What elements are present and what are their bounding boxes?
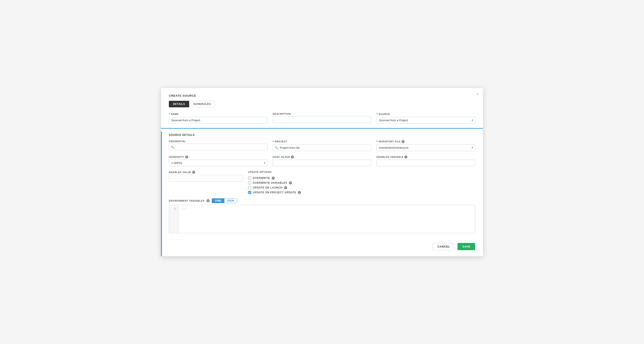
- update-on-project-update-help-icon[interactable]: ?: [298, 191, 301, 194]
- update-on-project-update-checkbox[interactable]: [248, 191, 251, 194]
- modal-footer: CANCEL SAVE: [169, 239, 475, 250]
- host-filter-input[interactable]: [273, 160, 372, 166]
- enabled-variable-label: ENABLED VARIABLE ?: [376, 155, 475, 158]
- project-label: * PROJECT: [273, 140, 372, 143]
- name-group: * NAME: [169, 113, 268, 124]
- project-search-wrap: 🔍: [273, 144, 372, 151]
- description-label: DESCRIPTION: [273, 113, 372, 115]
- name-input[interactable]: [169, 117, 268, 124]
- verbosity-select-wrap: 0 (WARNING) 1 (INFO) 2 (DEBUG) 3 (DEBUG+…: [169, 160, 268, 166]
- enabled-value-label: ENABLED VALUE ?: [169, 171, 243, 174]
- enabled-value-input[interactable]: [169, 175, 243, 182]
- overwrite-help-icon[interactable]: ?: [272, 177, 275, 180]
- overwrite-label: OVERWRITE: [253, 177, 270, 180]
- json-toggle-button[interactable]: JSON: [224, 199, 237, 203]
- inventory-file-required-star: *: [376, 140, 378, 143]
- tab-details[interactable]: DETAILS: [169, 101, 189, 107]
- overwrite-variables-checkbox[interactable]: [248, 181, 251, 184]
- modal-title: CREATE SOURCE: [169, 94, 475, 97]
- update-on-launch-help-icon[interactable]: ?: [284, 186, 287, 189]
- source-details-title: SOURCE DETAILS: [169, 133, 475, 136]
- project-required-star: *: [273, 140, 274, 143]
- overwrite-variables-checkbox-row[interactable]: OVERWRITE VARIABLES ?: [248, 181, 396, 184]
- source-label: * SOURCE: [376, 113, 475, 116]
- cancel-button[interactable]: CANCEL: [432, 243, 455, 250]
- create-source-modal: × CREATE SOURCE DETAILS SCHEDULES * NAME…: [161, 88, 483, 256]
- line-number-1: 1: [172, 207, 176, 211]
- enabled-variable-group: ENABLED VARIABLE ?: [376, 155, 475, 166]
- update-on-project-update-checkbox-row[interactable]: UPDATE ON PROJECT UPDATE ?: [248, 191, 396, 194]
- code-content[interactable]: ---: [179, 205, 475, 233]
- inventory-file-group: * INVENTORY FILE ? inventories/inventory…: [376, 140, 475, 151]
- project-input[interactable]: [280, 145, 371, 151]
- verbosity-help-icon[interactable]: ?: [185, 155, 188, 158]
- verbosity-group: VERBOSITY ? 0 (WARNING) 1 (INFO) 2 (DEBU…: [169, 155, 268, 166]
- update-on-launch-label: UPDATE ON LAUNCH: [253, 186, 282, 189]
- credential-group: CREDENTIAL 🔍: [169, 140, 268, 151]
- host-filter-label: HOST FILTER ?: [273, 155, 372, 158]
- verbosity-row: VERBOSITY ? 0 (WARNING) 1 (INFO) 2 (DEBU…: [169, 155, 475, 166]
- update-options-group: UPDATE OPTIONS OVERWRITE ? OVERWRITE VAR…: [248, 171, 396, 194]
- save-button[interactable]: SAVE: [458, 243, 475, 250]
- update-on-project-update-label: UPDATE ON PROJECT UPDATE: [253, 191, 296, 194]
- top-fields-row: * NAME DESCRIPTION * SOURCE Sourced from…: [169, 113, 475, 124]
- name-required-star: *: [169, 113, 170, 116]
- name-label: * NAME: [169, 113, 268, 116]
- env-label-row: ENVIRONMENT VARIABLES ? YAML JSON: [169, 198, 475, 203]
- verbosity-label: VERBOSITY ?: [169, 155, 268, 158]
- source-select-wrap: Sourced from a Project Manual Amazon EC2…: [376, 117, 475, 124]
- credential-search-icon: 🔍: [169, 144, 176, 150]
- credential-label: CREDENTIAL: [169, 140, 268, 143]
- yaml-toggle-button[interactable]: YAML: [212, 199, 224, 203]
- description-group: DESCRIPTION: [273, 113, 372, 124]
- inventory-file-help-icon[interactable]: ?: [402, 140, 404, 143]
- update-on-launch-checkbox-row[interactable]: UPDATE ON LAUNCH ?: [248, 186, 396, 189]
- inventory-file-label: * INVENTORY FILE ?: [376, 140, 475, 143]
- update-options-title: UPDATE OPTIONS: [248, 171, 396, 173]
- source-group: * SOURCE Sourced from a Project Manual A…: [376, 113, 475, 124]
- env-variables-section: ENVIRONMENT VARIABLES ? YAML JSON 1 ---: [169, 198, 475, 233]
- enabled-variable-help-icon[interactable]: ?: [404, 155, 408, 158]
- update-on-launch-checkbox[interactable]: [248, 186, 251, 189]
- host-filter-group: HOST FILTER ?: [273, 155, 372, 166]
- env-variables-help-icon[interactable]: ?: [206, 199, 210, 202]
- credential-input[interactable]: [176, 144, 267, 150]
- overwrite-variables-label: OVERWRITE VARIABLES: [253, 181, 287, 184]
- left-accent: [161, 131, 162, 256]
- credential-project-row: CREDENTIAL 🔍 * PROJECT 🔍 * INVENTORY FIL…: [169, 140, 475, 151]
- update-options-checkboxes: OVERWRITE ? OVERWRITE VARIABLES ? UPDATE…: [248, 177, 396, 194]
- enabled-value-group: ENABLED VALUE ?: [169, 171, 243, 182]
- description-input[interactable]: [273, 116, 372, 123]
- inventory-file-select-wrap: inventories/inventory.ini inventories/st…: [376, 144, 475, 151]
- close-button[interactable]: ×: [476, 92, 479, 96]
- overwrite-checkbox-row[interactable]: OVERWRITE ?: [248, 177, 396, 180]
- env-variables-label: ENVIRONMENT VARIABLES: [169, 199, 204, 202]
- source-select[interactable]: Sourced from a Project Manual Amazon EC2…: [376, 117, 475, 124]
- tabs-container: DETAILS SCHEDULES: [169, 101, 475, 107]
- inventory-file-select[interactable]: inventories/inventory.ini inventories/st…: [376, 144, 475, 151]
- enabled-value-row: ENABLED VALUE ? UPDATE OPTIONS OVERWRITE…: [169, 171, 475, 194]
- enabled-value-help-icon[interactable]: ?: [192, 171, 195, 174]
- credential-search-wrap: 🔍: [169, 144, 268, 150]
- overwrite-checkbox[interactable]: [248, 177, 251, 180]
- project-search-icon: 🔍: [273, 145, 280, 151]
- verbosity-select[interactable]: 0 (WARNING) 1 (INFO) 2 (DEBUG) 3 (DEBUG+…: [169, 160, 268, 166]
- project-group: * PROJECT 🔍: [273, 140, 372, 151]
- overwrite-variables-help-icon[interactable]: ?: [289, 181, 292, 184]
- section-divider: [161, 128, 483, 129]
- tab-schedules[interactable]: SCHEDULES: [189, 101, 215, 107]
- line-numbers: 1: [169, 205, 179, 233]
- source-required-star: *: [376, 113, 378, 116]
- code-editor: 1 ---: [169, 205, 475, 233]
- enabled-variable-input[interactable]: [376, 160, 475, 166]
- format-toggle-group: YAML JSON: [212, 198, 237, 203]
- host-filter-help-icon[interactable]: ?: [291, 155, 294, 158]
